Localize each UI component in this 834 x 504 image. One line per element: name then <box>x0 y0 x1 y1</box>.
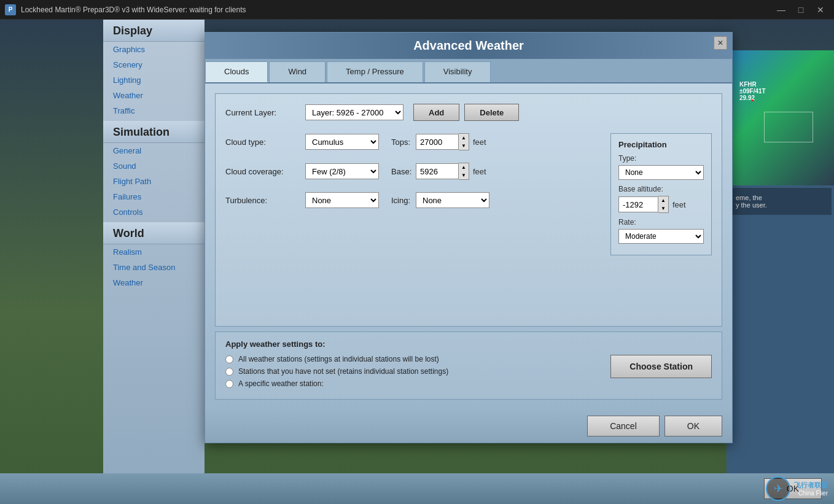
cloud-coverage-row: Cloud coverage: Few (2/8) Base: ▲ ▼ <box>225 163 586 180</box>
radio-all-stations-row: All weather stations (settings at indivi… <box>225 355 448 363</box>
radio-specific-label: A specific weather station: <box>238 379 324 388</box>
dialog-close-button[interactable]: ✕ <box>714 36 727 50</box>
precip-altitude-unit: feet <box>672 200 686 209</box>
close-window-button[interactable]: ✕ <box>812 1 829 18</box>
dialog-footer: Cancel OK <box>205 409 732 443</box>
choose-station-button[interactable]: Choose Station <box>610 355 712 378</box>
current-layer-select[interactable]: Layer: 5926 - 27000 <box>305 104 403 120</box>
precipitation-type-select[interactable]: None <box>618 165 704 180</box>
radio-specific-station[interactable] <box>225 380 233 388</box>
base-spinner: ▲ ▼ <box>416 163 469 180</box>
tab-visibility[interactable]: Visibility <box>424 61 491 82</box>
precip-altitude-input[interactable] <box>618 196 658 212</box>
precip-altitude-decrement-button[interactable]: ▼ <box>658 204 668 212</box>
apply-weather-content: All weather stations (settings at indivi… <box>225 355 712 392</box>
app-icon: P <box>5 4 16 15</box>
precipitation-panel: Precipitation Type: None Base altitude: <box>598 133 712 255</box>
precip-altitude-increment-button[interactable]: ▲ <box>658 196 668 204</box>
tops-label: Tops: <box>391 138 416 147</box>
base-label: Base: <box>391 167 416 176</box>
precipitation-rate-label: Rate: <box>618 218 704 227</box>
precipitation-base-altitude-label: Base altitude: <box>618 185 704 193</box>
tops-input[interactable] <box>416 134 459 150</box>
precip-altitude-spinner-buttons: ▲ ▼ <box>658 196 669 213</box>
delete-layer-button[interactable]: Delete <box>464 104 519 121</box>
icing-label: Icing: <box>391 196 416 205</box>
clouds-panel: Current Layer: Layer: 5926 - 27000 Add D… <box>215 93 722 327</box>
base-spinner-buttons: ▲ ▼ <box>459 163 469 180</box>
tab-bar: Clouds Wind Temp / Pressure Visibility <box>205 59 732 83</box>
radio-not-set-label: Stations that you have not set (retains … <box>238 367 448 376</box>
tops-unit: feet <box>473 138 486 147</box>
tops-spinner-buttons: ▲ ▼ <box>459 133 469 150</box>
tab-wind[interactable]: Wind <box>269 61 325 82</box>
bottom-bar: OK <box>0 473 834 504</box>
radio-not-set-row: Stations that you have not set (retains … <box>225 367 448 376</box>
radio-all-stations-label: All weather stations (settings at indivi… <box>238 355 439 363</box>
tab-clouds[interactable]: Clouds <box>205 61 268 82</box>
advanced-weather-dialog: Advanced Weather ✕ Clouds Wind Temp / Pr… <box>205 32 733 443</box>
cloud-coverage-select[interactable]: Few (2/8) <box>305 163 379 179</box>
radio-specific-row: A specific weather station: <box>225 379 448 388</box>
turbulence-icing-row: Turbulence: None Icing: None <box>225 192 586 208</box>
add-layer-button[interactable]: Add <box>413 104 459 121</box>
cloud-type-label: Cloud type: <box>225 138 305 147</box>
precipitation-type-label: Type: <box>618 154 704 163</box>
cloud-type-row: Cloud type: Cumulus Tops: ▲ ▼ <box>225 133 586 150</box>
window-controls: — □ ✕ <box>773 1 829 18</box>
turbulence-select[interactable]: None <box>305 192 379 208</box>
precip-altitude-spinner: ▲ ▼ <box>618 196 669 213</box>
cloud-type-select[interactable]: Cumulus <box>305 134 379 150</box>
china-flier-text: 飞行者联盟 China Flier <box>794 481 828 497</box>
cloud-coverage-label: Cloud coverage: <box>225 167 305 176</box>
taskbar: P Lockheed Martin® Prepar3D® v3 with Wid… <box>0 0 834 20</box>
radio-not-set[interactable] <box>225 368 233 376</box>
minimize-button[interactable]: — <box>773 1 790 18</box>
dialog-overlay: Advanced Weather ✕ Clouds Wind Temp / Pr… <box>103 20 834 504</box>
taskbar-title: Lockheed Martin® Prepar3D® v3 with WideS… <box>21 6 773 14</box>
cloud-main-section: Cloud type: Cumulus Tops: ▲ ▼ <box>225 133 712 255</box>
tab-temp-pressure[interactable]: Temp / Pressure <box>327 61 423 82</box>
tops-spinner: ▲ ▼ <box>416 133 469 150</box>
dialog-title-bar: Advanced Weather ✕ <box>205 33 732 59</box>
radio-all-stations[interactable] <box>225 355 233 363</box>
apply-weather-title: Apply weather settings to: <box>225 339 712 349</box>
cloud-left-column: Cloud type: Cumulus Tops: ▲ ▼ <box>225 133 586 220</box>
apply-weather-section: Apply weather settings to: All weather s… <box>215 331 722 400</box>
dialog-content: Current Layer: Layer: 5926 - 27000 Add D… <box>205 83 732 409</box>
base-input[interactable] <box>416 163 459 179</box>
maximize-button[interactable]: □ <box>792 1 809 18</box>
base-decrement-button[interactable]: ▼ <box>459 171 469 179</box>
precipitation-title: Precipitation <box>618 140 704 149</box>
base-unit: feet <box>473 167 486 176</box>
tops-increment-button[interactable]: ▲ <box>459 134 469 142</box>
ok-button[interactable]: OK <box>664 416 722 436</box>
base-increment-button[interactable]: ▲ <box>459 163 469 171</box>
turbulence-label: Turbulence: <box>225 196 305 205</box>
current-layer-row: Current Layer: Layer: 5926 - 27000 Add D… <box>225 104 712 121</box>
current-layer-label: Current Layer: <box>225 108 305 117</box>
cancel-button[interactable]: Cancel <box>587 416 660 436</box>
dialog-title: Advanced Weather <box>413 39 524 52</box>
apply-radio-group: All weather stations (settings at indivi… <box>225 355 448 392</box>
precipitation-rate-select[interactable]: Moderate <box>618 229 704 244</box>
precipitation-box: Precipitation Type: None Base altitude: <box>610 133 712 255</box>
china-flier-icon: ✈ <box>766 476 790 501</box>
icing-select[interactable]: None <box>416 192 489 208</box>
precipitation-base-altitude-row: ▲ ▼ feet <box>618 196 704 213</box>
china-flier-logo: ✈ 飞行者联盟 China Flier <box>766 476 828 501</box>
tops-decrement-button[interactable]: ▼ <box>459 142 469 150</box>
